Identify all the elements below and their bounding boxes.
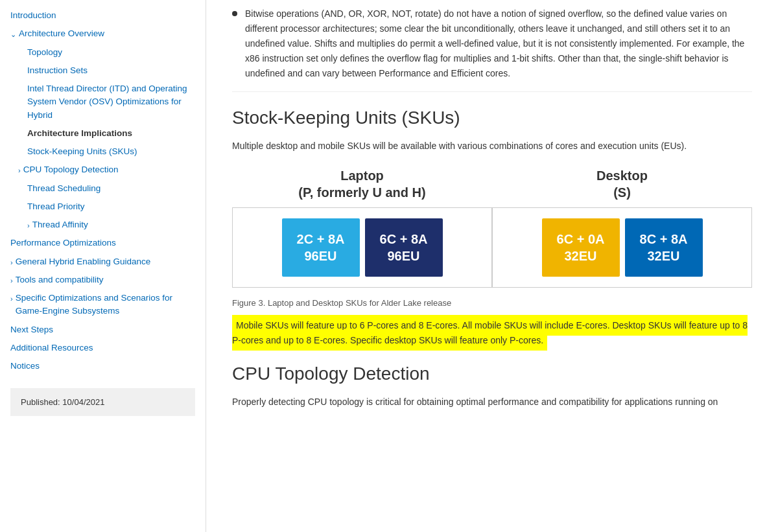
published-label: Published: [21,397,60,407]
cpu-topology-text: Properly detecting CPU topology is criti… [232,395,752,410]
sidebar-item-performance-optimizations[interactable]: Performance Optimizations [0,234,206,252]
chevron-right-icon-5: › [10,294,13,305]
main-content: Bitwise operations (AND, OR, XOR, NOT, r… [206,0,778,532]
sidebar-item-architecture-overview[interactable]: ⌄ Architecture Overview [0,25,206,43]
highlight-wrapper: Mobile SKUs will feature up to 6 P-cores… [232,318,752,348]
sidebar-item-cpu-topology[interactable]: › CPU Topology Detection [0,161,206,179]
chevron-right-icon-4: › [10,275,13,286]
chevron-right-icon-3: › [10,257,13,268]
published-date: 10/04/2021 [62,397,104,407]
divider [232,91,752,92]
sku-heading: Stock-Keeping Units (SKUs) [232,108,752,128]
sku-box-6c-0a-32eu: 6C + 0A32EU [542,218,620,277]
sku-box-8c-8a-32eu: 8C + 8A32EU [625,218,703,277]
laptop-title: Laptop (P, formerly U and H) [232,167,492,201]
sku-box-6c-8a-96eu: 6C + 8A96EU [365,218,443,277]
cpu-topology-heading: CPU Topology Detection [232,364,752,384]
top-text-section: Bitwise operations (AND, OR, XOR, NOT, r… [232,0,752,81]
desktop-title: Desktop (S) [492,167,752,201]
sidebar-item-thread-scheduling[interactable]: Thread Scheduling [0,179,206,198]
chevron-right-icon: › [18,165,21,176]
sidebar-item-thread-affinity[interactable]: › Thread Affinity [0,216,206,234]
figure-caption: Figure 3. Laptop and Desktop SKUs for Al… [232,298,752,308]
sidebar-item-architecture-implications[interactable]: Architecture Implications [0,124,206,143]
sidebar-item-introduction[interactable]: Introduction [0,6,206,25]
sidebar: Introduction ⌄ Architecture Overview Top… [0,0,206,532]
published-box: Published: 10/04/2021 [10,388,195,416]
sidebar-item-next-steps[interactable]: Next Steps [0,321,206,339]
sidebar-item-notices[interactable]: Notices [0,357,206,375]
desktop-sku-boxes: 6C + 0A32EU 8C + 8A32EU [492,207,752,288]
sidebar-item-specific-optimizations[interactable]: › Specific Optimizations and Scenarios f… [0,289,206,321]
sidebar-item-general-hybrid[interactable]: › General Hybrid Enabling Guidance [0,253,206,271]
desktop-group: Desktop (S) 6C + 0A32EU 8C + 8A32EU [492,167,752,288]
sku-diagram: Laptop (P, formerly U and H) 2C + 8A96EU… [232,167,752,288]
sidebar-item-stock-keeping-units[interactable]: Stock-Keeping Units (SKUs) [0,143,206,161]
bullet-dot [232,11,237,16]
sidebar-item-thread-priority[interactable]: Thread Priority [0,198,206,216]
chevron-down-icon: ⌄ [10,29,16,40]
sidebar-item-instruction-sets[interactable]: Instruction Sets [0,62,206,80]
sidebar-item-topology[interactable]: Topology [0,43,206,62]
laptop-group: Laptop (P, formerly U and H) 2C + 8A96EU… [232,167,492,288]
sidebar-item-tools-compatibility[interactable]: › Tools and compatibility [0,271,206,289]
top-bullet-text: Bitwise operations (AND, OR, XOR, NOT, r… [245,6,752,81]
highlight-text: Mobile SKUs will feature up to 6 P-cores… [232,315,748,351]
chevron-right-icon-2: › [27,220,30,231]
laptop-sku-boxes: 2C + 8A96EU 6C + 8A96EU [232,207,492,288]
sku-box-2c-8a-96eu: 2C + 8A96EU [282,218,360,277]
sku-subtext: Multiple desktop and mobile SKUs will be… [232,139,752,154]
sidebar-item-additional-resources[interactable]: Additional Resources [0,339,206,357]
sidebar-item-intel-thread-director[interactable]: Intel Thread Director (ITD) and Operatin… [0,80,206,124]
